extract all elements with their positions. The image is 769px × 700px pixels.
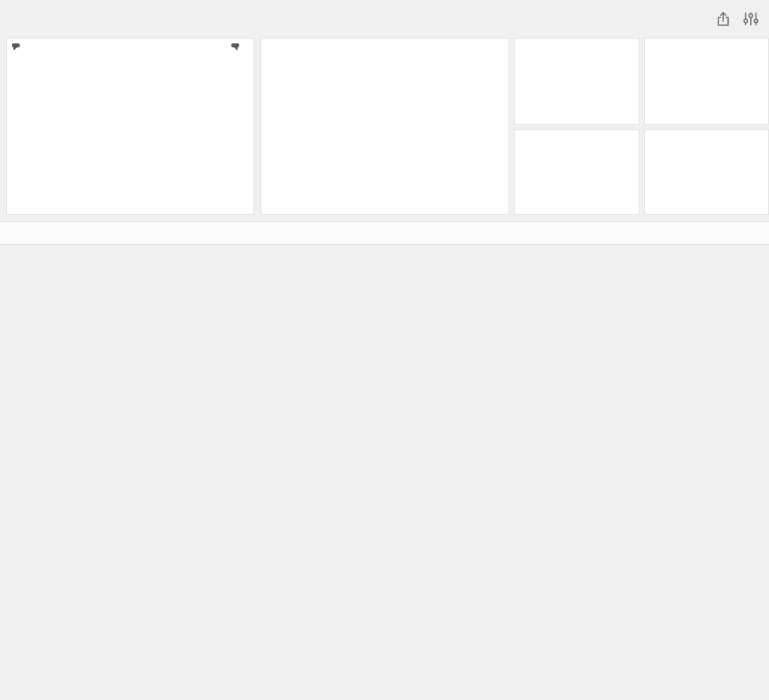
- transactions-table: [0, 221, 769, 245]
- range-end-badge[interactable]: [231, 43, 239, 47]
- timeline-line-chart[interactable]: [7, 39, 253, 197]
- dashboard-row: [0, 36, 769, 215]
- titlebar-actions: [715, 10, 760, 28]
- stat-card-average-paid: [514, 129, 640, 215]
- titlebar: [0, 0, 769, 36]
- range-start-badge[interactable]: [12, 43, 20, 47]
- share-export-icon[interactable]: [715, 10, 732, 28]
- duplication-status-pie: [261, 39, 508, 214]
- stat-cards: [514, 38, 769, 215]
- pie-label-order-finished[interactable]: [270, 155, 279, 161]
- stat-card-largest-order: [644, 38, 769, 125]
- timeline-chart-panel: [6, 38, 254, 215]
- pie-label-order-delivered[interactable]: [432, 108, 441, 114]
- stat-card-request-count: [514, 38, 640, 125]
- table-header: [0, 221, 769, 245]
- filter-sliders-icon[interactable]: [742, 10, 760, 28]
- stat-card-total-paid: [644, 129, 769, 215]
- pie-chart-panel: [261, 38, 509, 215]
